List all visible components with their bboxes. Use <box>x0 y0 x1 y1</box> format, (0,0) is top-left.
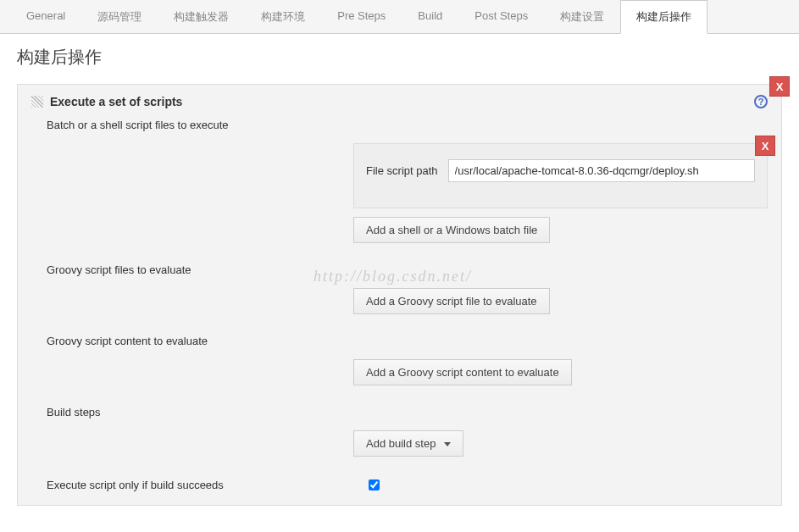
build-steps-section-label: Build steps <box>47 406 768 418</box>
help-icon[interactable]: ? <box>754 95 768 108</box>
drag-handle-icon[interactable] <box>31 96 43 108</box>
tab-scm[interactable]: 源码管理 <box>81 0 158 33</box>
execute-scripts-block: X Execute a set of scripts ? Batch or a … <box>17 84 782 506</box>
batch-section-label: Batch or a shell script files to execute <box>47 119 768 131</box>
close-file-script-button[interactable]: X <box>755 136 775 156</box>
add-shell-batch-button[interactable]: Add a shell or a Windows batch file <box>353 217 550 243</box>
groovy-content-section-label: Groovy script content to evaluate <box>47 335 768 347</box>
tab-build-settings[interactable]: 构建设置 <box>544 0 620 33</box>
build-steps-section: Build steps Add build step <box>31 406 768 457</box>
page-title: 构建后操作 <box>0 34 799 84</box>
config-tabs: General 源码管理 构建触发器 构建环境 Pre Steps Build … <box>0 0 799 34</box>
batch-section: Batch or a shell script files to execute… <box>31 119 768 243</box>
tab-build[interactable]: Build <box>402 0 458 33</box>
groovy-file-section: Groovy script files to evaluate Add a Gr… <box>31 263 768 314</box>
tab-general[interactable]: General <box>10 0 81 33</box>
block-title: Execute a set of scripts <box>50 95 754 108</box>
execute-only-success-checkbox[interactable] <box>369 479 380 490</box>
add-build-step-label: Add build step <box>366 437 436 450</box>
execute-only-success-label: Execute script only if build succeeds <box>31 479 369 491</box>
tab-post-steps[interactable]: Post Steps <box>458 0 544 33</box>
block-header: Execute a set of scripts ? <box>31 95 768 108</box>
close-block-button[interactable]: X <box>769 76 790 97</box>
execute-only-success-row: Execute script only if build succeeds <box>31 479 768 491</box>
tab-pre-steps[interactable]: Pre Steps <box>321 0 402 33</box>
chevron-down-icon <box>444 442 451 446</box>
add-build-step-button[interactable]: Add build step <box>353 430 463 457</box>
add-groovy-file-button[interactable]: Add a Groovy script file to evaluate <box>353 288 550 314</box>
file-script-path-label: File script path <box>366 164 438 177</box>
file-script-panel: X File script path <box>353 143 768 208</box>
tab-triggers[interactable]: 构建触发器 <box>158 0 245 33</box>
add-groovy-content-button[interactable]: Add a Groovy script content to evaluate <box>353 359 572 385</box>
file-script-path-input[interactable] <box>448 159 755 182</box>
tab-post-build-actions[interactable]: 构建后操作 <box>620 0 707 34</box>
groovy-content-section: Groovy script content to evaluate Add a … <box>31 335 768 385</box>
groovy-file-section-label: Groovy script files to evaluate <box>47 263 768 276</box>
tab-build-env[interactable]: 构建环境 <box>245 0 321 33</box>
